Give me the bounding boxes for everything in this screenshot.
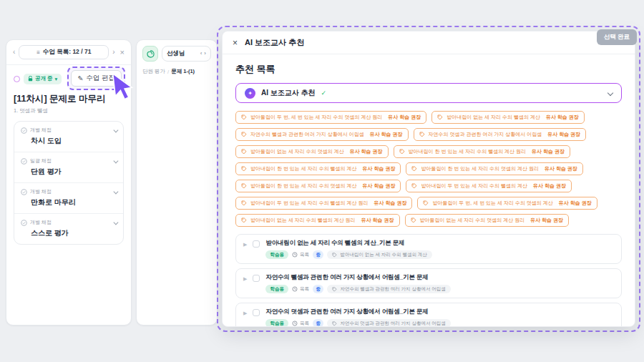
grading-icon (21, 127, 27, 134)
recommended-tag-chip[interactable]: 받아올림이 없는 세 자리 수의 덧셈의 계산 유사 학습 권장 (235, 145, 389, 158)
problem-checkbox[interactable] (253, 275, 260, 282)
breadcrumb-parent[interactable]: 단원 평가 (142, 68, 165, 75)
problem-tag-pill: 자연수의 뺄셈과 관련한 여러 가지 상황에서 어림셈 (327, 285, 450, 293)
problem-checkbox[interactable] (253, 240, 260, 248)
problem-checkbox[interactable] (253, 309, 260, 316)
problem-set-row[interactable]: ▶ 자연수의 뺄셈과 관련한 여러 가지 상황에서 어림셈_기본 문제 학습용 … (235, 268, 622, 298)
lesson-step-item[interactable]: 개별 채점 스스로 평가 (14, 214, 123, 244)
tag-recommend-label: 유사 학습 권장 (374, 200, 407, 207)
chevron-down-icon[interactable] (113, 189, 117, 193)
step-name: 만화로 마무리 (21, 197, 117, 207)
recommended-tag-chip[interactable]: 받아올림이 두 번, 세 번 있는 세 자리 수의 덧셈의 계산 원리 유사 학… (235, 111, 426, 124)
lesson-count-label: 수업 목록: 12 / 71 (43, 48, 92, 57)
list-meta: 목록 (292, 252, 309, 258)
check-icon: ✓ (321, 89, 327, 97)
assistant-logo-button[interactable] (142, 46, 158, 62)
list-meta: 목록 (292, 286, 309, 293)
problem-tag-pill: 받아내림이 없는 세 자리 수의 뺄셈의 계산 (327, 250, 431, 259)
recommended-tag-chip[interactable]: 자연수의 덧셈과 관련한 여러 가지 상황에서 어림셈 유사 학습 권장 (414, 128, 587, 141)
list-meta: 목록 (292, 321, 309, 327)
chevron-down-icon[interactable] (113, 127, 117, 132)
tag-label: 받아내림이 없는 세 자리 수의 뺄셈의 계산 원리 (250, 217, 356, 224)
tag-recommend-label: 유사 학습 권장 (533, 182, 566, 190)
lesson-step-item[interactable]: 개별 채점 만화로 마무리 (14, 183, 123, 214)
recommended-tag-chip[interactable]: 받아내림이 두 번 있는 세 자리 수의 뺄셈의 계산 원리 유사 학습 권장 (235, 197, 412, 210)
step-name: 차시 도입 (21, 136, 117, 146)
prev-lesson-icon[interactable]: ‹ (13, 49, 15, 56)
lesson-step-item[interactable]: 일괄 채점 단원 평가 (14, 152, 123, 183)
complete-selection-button[interactable]: 선택 완료 (597, 29, 637, 45)
dropdown-selected-label: AI 보조교사 추천 (261, 88, 316, 98)
tag-label: 받아내림이 한 번 있는 세 자리 수의 뺄셈의 계산 원리 (409, 148, 527, 155)
tag-recommend-label: 유사 학습 권장 (532, 148, 565, 155)
ai-modal-highlight: 선택 완료 × AI 보조교사 추천 추천 목록 ✦ AI 보조교사 추천 ✓ … (217, 26, 640, 332)
list-meta-label: 목록 (300, 321, 309, 327)
grading-type-label: 개별 채점 (30, 219, 52, 226)
difficulty-badge: 중 (313, 250, 324, 259)
problem-set-title: 자연수의 덧셈과 관련한 여러 가지 상황에서 어림셈_기본 문제 (265, 308, 450, 316)
tag-icon (411, 217, 416, 223)
expand-caret-icon[interactable]: ▶ (243, 310, 247, 316)
content-preview-panel: 선생님 ‹ › 단원 평가 / 문제 1-(1) (136, 39, 218, 326)
chevron-down-icon[interactable] (113, 220, 117, 224)
prev-page-icon[interactable]: ‹ (200, 51, 203, 57)
modal-title: AI 보조교사 추천 (245, 37, 304, 48)
recommended-tag-chip[interactable]: 받아올림이 없는 세 자리 수의 덧셈의 계산 원리 유사 학습 권장 (405, 214, 570, 227)
lesson-count-pill[interactable]: ≡ 수업 목록: 12 / 71 (19, 45, 109, 59)
recommended-tag-chip[interactable]: 받아내림이 한 번 있는 세 자리 수의 뺄셈의 계산 유사 학습 권장 (235, 162, 401, 175)
tag-recommend-label: 유사 학습 권장 (361, 217, 394, 224)
recommended-tag-chip[interactable]: 받아내림이 없는 세 자리 수의 뺄셈의 계산 유사 학습 권장 (431, 111, 585, 124)
usage-badge: 학습용 (265, 319, 288, 327)
expand-caret-icon[interactable]: ▶ (243, 242, 247, 248)
difficulty-badge: 중 (313, 319, 324, 327)
grading-icon (21, 189, 27, 195)
tag-icon (411, 166, 417, 172)
tag-label: 받아내림이 한 번 있는 세 자리 수의 뺄셈의 계산 (250, 165, 357, 172)
grading-type-label: 개별 채점 (30, 188, 52, 195)
tag-label: 받아내림이 두 번 있는 세 자리 수의 뺄셈의 계산 원리 (250, 200, 369, 207)
recommended-tag-chip[interactable]: 받아올림이 두 번, 세 번 있는 세 자리 수의 덧셈의 계산 유사 학습 권… (417, 197, 597, 210)
viewer-role-pill[interactable]: 선생님 ‹ › (162, 46, 211, 62)
tag-label: 받아올림이 두 번, 세 번 있는 세 자리 수의 덧셈의 계산 (432, 200, 552, 207)
expand-caret-icon[interactable]: ▶ (243, 276, 247, 282)
recommended-tag-chip[interactable]: 받아내림이 두 번 있는 세 자리 수의 뺄셈의 계산 유사 학습 권장 (406, 180, 571, 192)
usage-badge: 학습용 (265, 250, 288, 259)
next-lesson-icon[interactable]: › (112, 49, 114, 56)
tag-label: 받아올림이 한 번 있는 세 자리 수의 덧셈의 계산 원리 (421, 165, 539, 172)
recommended-tag-chip[interactable]: 자연수의 뺄셈과 관련한 여러 가지 상황에서 어림셈 유사 학습 권장 (235, 128, 409, 141)
tag-label: 받아내림이 두 번 있는 세 자리 수의 뺄셈의 계산 (421, 182, 527, 190)
list-icon (292, 321, 298, 326)
list-icon (292, 286, 298, 292)
modal-close-icon[interactable]: × (233, 39, 238, 47)
lesson-step-item[interactable]: 개별 채점 차시 도입 (14, 122, 123, 152)
problem-set-title: 자연수의 뺄셈과 관련한 여러 가지 상황에서 어림셈_기본 문제 (265, 273, 450, 282)
tag-icon (411, 183, 417, 189)
close-panel-icon[interactable]: × (120, 49, 125, 57)
recommended-tag-chip[interactable]: 받아내림이 한 번 있는 세 자리 수의 뺄셈의 계산 원리 유사 학습 권장 (394, 145, 570, 158)
next-page-icon[interactable]: › (204, 51, 206, 57)
recommended-tag-chip[interactable]: 받아내림이 없는 세 자리 수의 뺄셈의 계산 원리 유사 학습 권장 (235, 214, 400, 227)
tag-icon (241, 114, 247, 120)
tag-label: 받아내림이 없는 세 자리 수의 뺄셈의 계산 (447, 114, 540, 121)
recommended-tag-chip[interactable]: 받아올림이 한 번 있는 세 자리 수의 덧셈의 계산 원리 유사 학습 권장 (406, 162, 582, 175)
grading-type-label: 개별 채점 (30, 127, 52, 134)
breadcrumb: 단원 평가 / 문제 1-(1) (142, 68, 211, 75)
problem-tag-label: 받아내림이 없는 세 자리 수의 뺄셈의 계산 (340, 252, 426, 258)
tag-label: 받아올림이 두 번, 세 번 있는 세 자리 수의 덧셈의 계산 원리 (250, 114, 382, 121)
tag-icon (241, 166, 247, 172)
tag-recommend-label: 유사 학습 권장 (363, 165, 396, 172)
step-name: 단원 평가 (21, 167, 117, 177)
badge-caret-icon: ▾ (55, 76, 58, 82)
tag-recommend-label: 유사 학습 권장 (350, 148, 383, 155)
usage-badge: 학습용 (265, 285, 288, 293)
ai-sparkle-icon: ✦ (245, 88, 255, 99)
recommended-tag-chip[interactable]: 받아올림이 한 번 있는 세 자리 수의 덧셈의 계산 유사 학습 권장 (235, 180, 401, 192)
problem-set-row[interactable]: ▶ 자연수의 덧셈과 관련한 여러 가지 상황에서 어림셈_기본 문제 학습용 … (235, 303, 622, 327)
lesson-status-icon (14, 76, 20, 82)
problem-set-row[interactable]: ▶ 받아내림이 없는 세 자리 수의 뺄셈의 계산_기본 문제 학습용 목록 중 (235, 234, 622, 264)
published-badge[interactable]: 공개 중 ▾ (24, 74, 62, 84)
problem-tag-label: 자연수의 덧셈과 관련한 여러 가지 상황에서 어림셈 (340, 321, 445, 327)
chevron-down-icon[interactable] (113, 158, 117, 162)
ai-source-dropdown[interactable]: ✦ AI 보조교사 추천 ✓ (235, 83, 622, 103)
tag-recommend-label: 유사 학습 권장 (363, 182, 396, 190)
